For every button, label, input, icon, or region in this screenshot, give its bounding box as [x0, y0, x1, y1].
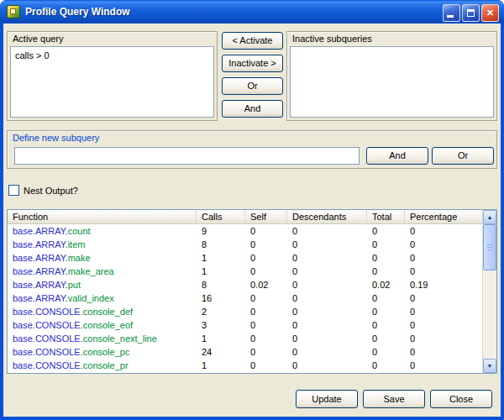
- percentage-cell: 0: [405, 265, 482, 278]
- self-cell: 0: [245, 359, 287, 372]
- total-cell: 0: [367, 305, 405, 318]
- feature-name-text: make: [68, 253, 91, 263]
- total-cell: 0: [367, 332, 405, 345]
- minimize-button[interactable]: [443, 4, 460, 22]
- nest-output-checkbox[interactable]: [8, 185, 19, 196]
- feature-name-text: console_eof: [83, 320, 133, 330]
- function-cell: base.CONSOLE.console_def: [8, 305, 197, 318]
- minimize-icon: [447, 15, 454, 18]
- save-button[interactable]: Save: [363, 390, 425, 408]
- class-path-text: base.ARRAY.: [13, 280, 68, 290]
- subquery-input[interactable]: [14, 147, 360, 165]
- query-item[interactable]: calls > 0: [15, 50, 209, 61]
- activate-button[interactable]: < Activate: [222, 32, 283, 50]
- table-row[interactable]: base.ARRAY.make_area 1 0 0 0 0: [8, 265, 482, 278]
- self-cell: 0: [245, 251, 287, 265]
- results-table: Function Calls Self Descendants Total Pe…: [7, 209, 497, 374]
- feature-name-text: make_area: [68, 266, 114, 276]
- descendants-cell: 0: [287, 224, 367, 238]
- and-transfer-button[interactable]: And: [222, 100, 283, 118]
- active-query-list[interactable]: calls > 0: [10, 46, 214, 118]
- scroll-up-button[interactable]: ▲: [483, 210, 496, 224]
- column-header-calls[interactable]: Calls: [197, 210, 245, 223]
- titlebar[interactable]: Profile Query Window ✕: [0, 0, 504, 24]
- percentage-cell: 0.19: [405, 278, 482, 291]
- inactive-subqueries-list[interactable]: [290, 46, 494, 118]
- descendants-cell: 0: [287, 345, 367, 359]
- table-row[interactable]: base.ARRAY.make 1 0 0 0 0: [8, 251, 482, 265]
- calls-cell: 2: [197, 305, 245, 318]
- function-cell: base.ARRAY.item: [8, 238, 197, 251]
- vertical-scrollbar[interactable]: ▲ ▼: [482, 210, 496, 373]
- table-row[interactable]: base.CONSOLE.console_next_line 1 0 0 0 0: [8, 332, 482, 345]
- total-cell: 0: [367, 291, 405, 305]
- total-cell: 0: [367, 359, 405, 372]
- table-row[interactable]: base.CONSOLE.console_eof 3 0 0 0 0: [8, 318, 482, 332]
- define-subquery-group: Define new subquery And Or: [7, 130, 497, 169]
- total-cell: 0: [367, 238, 405, 251]
- calls-cell: 1: [197, 251, 245, 265]
- table-row[interactable]: base.CONSOLE.console_pc 24 0 0 0 0: [8, 345, 482, 359]
- total-cell: 0: [367, 224, 405, 238]
- table-row[interactable]: base.ARRAY.count 9 0 0 0 0: [8, 224, 482, 238]
- maximize-button[interactable]: [462, 4, 480, 22]
- profile-query-window: Profile Query Window ✕ Active query call…: [0, 0, 504, 420]
- table-row[interactable]: base.ARRAY.valid_index 16 0 0 0 0: [8, 291, 482, 305]
- descendants-cell: 0: [287, 291, 367, 305]
- function-cell: base.ARRAY.make: [8, 251, 197, 265]
- column-header-total[interactable]: Total: [367, 210, 405, 223]
- function-cell: base.CONSOLE.console_pr: [8, 359, 197, 372]
- table-row[interactable]: base.ARRAY.put 8 0.02 0 0.02 0.19: [8, 278, 482, 291]
- self-cell: 0.02: [245, 278, 287, 291]
- descendants-cell: 0: [287, 251, 367, 265]
- calls-cell: 1: [197, 332, 245, 345]
- calls-cell: 8: [197, 278, 245, 291]
- feature-name-text: count: [68, 226, 91, 236]
- class-path-text: base.CONSOLE.: [13, 333, 83, 344]
- class-path-text: base.ARRAY.: [13, 239, 68, 249]
- feature-name-text: console_pr: [83, 360, 129, 370]
- function-cell: base.ARRAY.valid_index: [8, 291, 197, 305]
- descendants-cell: 0: [287, 238, 367, 251]
- function-cell: base.CONSOLE.console_pc: [8, 345, 197, 359]
- total-cell: 0: [367, 251, 405, 265]
- column-header-descendants[interactable]: Descendants: [287, 210, 367, 223]
- and-button[interactable]: And: [366, 147, 428, 165]
- column-header-self[interactable]: Self: [245, 210, 287, 223]
- calls-cell: 8: [197, 238, 245, 251]
- or-button[interactable]: Or: [432, 147, 494, 165]
- table-row[interactable]: base.CONSOLE.console_pr 1 0 0 0 0: [8, 359, 482, 372]
- percentage-cell: 0: [405, 345, 482, 359]
- self-cell: 0: [245, 265, 287, 278]
- or-transfer-button[interactable]: Or: [222, 77, 283, 95]
- nest-output-label[interactable]: Nest Output?: [24, 186, 78, 196]
- column-header-percentage[interactable]: Percentage: [405, 210, 482, 223]
- descendants-cell: 0: [287, 359, 367, 372]
- inactive-subqueries-label: Inactive subqueries: [292, 34, 372, 44]
- class-path-text: base.CONSOLE.: [13, 307, 83, 317]
- self-cell: 0: [245, 332, 287, 345]
- percentage-cell: 0: [405, 318, 482, 332]
- table-body: base.ARRAY.count 9 0 0 0 0 base.ARRAY.it…: [8, 224, 482, 373]
- class-path-text: base.ARRAY.: [13, 253, 68, 263]
- percentage-cell: 0: [405, 332, 482, 345]
- table-row[interactable]: base.ARRAY.item 8 0 0 0 0: [8, 238, 482, 251]
- active-query-label: Active query: [13, 34, 64, 44]
- up-arrow-icon: ▲: [487, 214, 493, 220]
- feature-name-text: console_def: [83, 307, 133, 317]
- nest-output-row: Nest Output?: [8, 185, 78, 196]
- table-row[interactable]: base.CONSOLE.console_def 2 0 0 0 0: [8, 305, 482, 318]
- feature-name-text: console_pc: [83, 347, 130, 357]
- column-header-function[interactable]: Function: [8, 210, 197, 223]
- self-cell: 0: [245, 305, 287, 318]
- function-cell: base.ARRAY.put: [8, 278, 197, 291]
- inactivate-button[interactable]: Inactivate >: [222, 55, 283, 72]
- scroll-thumb[interactable]: [483, 224, 496, 270]
- class-path-text: base.ARRAY.: [13, 226, 68, 236]
- percentage-cell: 0: [405, 305, 482, 318]
- inactive-subqueries-group: Inactive subqueries: [286, 31, 497, 121]
- scroll-down-button[interactable]: ▼: [483, 359, 496, 373]
- close-dialog-button[interactable]: Close: [430, 390, 492, 408]
- close-button[interactable]: ✕: [481, 4, 499, 22]
- update-button[interactable]: Update: [296, 390, 358, 408]
